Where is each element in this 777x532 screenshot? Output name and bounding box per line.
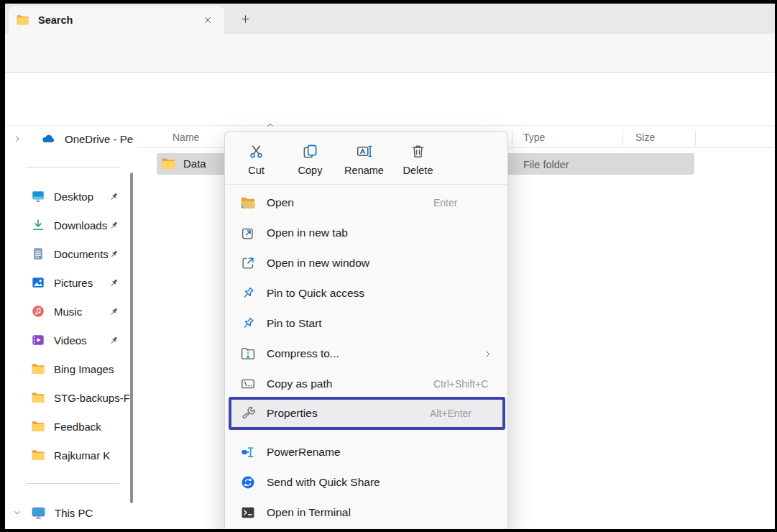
- sidebar-item-bing-images[interactable]: Bing Images: [3, 354, 134, 383]
- open-folder-icon: [240, 195, 256, 211]
- menu-item-pin-to-quick-access[interactable]: Pin to Quick access: [229, 278, 505, 308]
- sidebar-item-videos[interactable]: Videos: [3, 326, 134, 354]
- context-menu: Cut Copy Rename Delete Open Enter Open i…: [224, 131, 508, 532]
- navigation-bar: This PC Local Disk (C:) ProgramData Micr…: [0, 34, 777, 73]
- sidebar-item-documents[interactable]: Documents: [3, 239, 134, 268]
- menu-item-properties[interactable]: Properties Alt+Enter: [229, 397, 505, 430]
- pin-icon: [240, 285, 256, 301]
- cut-icon: [248, 143, 265, 160]
- documents-icon: [31, 247, 45, 261]
- file-row-data[interactable]: Data: [161, 156, 206, 171]
- menu-item-open[interactable]: Open Enter: [229, 188, 505, 218]
- copy-as-path-icon: [240, 376, 256, 392]
- pin-icon: [109, 191, 119, 202]
- column-divider[interactable]: [622, 130, 623, 146]
- folder-icon: [31, 362, 45, 376]
- copy-icon: [302, 143, 318, 160]
- folder-icon: [161, 156, 176, 171]
- new-tab-button[interactable]: [236, 9, 254, 28]
- sidebar-item-label: Videos: [54, 334, 109, 347]
- menu-item-shortcut: Alt+Enter: [430, 408, 472, 419]
- menu-item-open-in-new-tab[interactable]: Open in new tab: [229, 218, 505, 248]
- command-bar: New Sort View: [0, 73, 777, 126]
- column-divider[interactable]: [512, 130, 512, 146]
- pin-icon: [109, 306, 119, 317]
- menu-item-compress-to[interactable]: Compress to...: [229, 339, 505, 369]
- folder-icon: [31, 448, 45, 462]
- context-cut-button[interactable]: Cut: [229, 137, 283, 182]
- sidebar-item-label: Feedback: [54, 421, 134, 433]
- sidebar-item-this-pc[interactable]: This PC: [3, 498, 134, 527]
- sidebar-item-feedback[interactable]: Feedback: [3, 412, 134, 441]
- videos-icon: [31, 333, 45, 347]
- powerrename-icon: [240, 444, 256, 460]
- context-copy-button[interactable]: Copy: [283, 137, 337, 182]
- folder-icon: [16, 13, 29, 27]
- column-divider[interactable]: [695, 130, 696, 146]
- wrench-icon: [240, 405, 256, 421]
- explorer-tab[interactable]: Search: [9, 6, 224, 34]
- folder-icon: [31, 390, 45, 405]
- open-new-window-icon: [240, 255, 256, 271]
- sidebar-item-label: Rajkumar K: [54, 449, 134, 462]
- pictures-icon: [31, 275, 45, 290]
- quick-action-label: Cut: [248, 165, 265, 176]
- sidebar-item-label: This PC: [55, 507, 134, 519]
- sidebar-item-label: OneDrive - Pers: [65, 133, 134, 145]
- rename-icon: [356, 143, 372, 160]
- menu-item-label: Open in new tab: [267, 226, 348, 239]
- menu-item-label: Open: [267, 196, 294, 209]
- navigation-pane: OneDrive - Pers Desktop Downloads Docume…: [0, 126, 134, 532]
- menu-item-label: Compress to...: [267, 347, 339, 360]
- open-new-tab-icon: [240, 225, 256, 241]
- menu-item-send-with-quick-share[interactable]: Send with Quick Share: [229, 467, 505, 497]
- context-rename-button[interactable]: Rename: [337, 137, 391, 182]
- menu-item-open-in-new-window[interactable]: Open in new window: [229, 248, 505, 278]
- menu-item-pin-to-start[interactable]: Pin to Start: [229, 308, 505, 339]
- quick-action-label: Delete: [403, 165, 433, 176]
- sidebar-item-rajkumar[interactable]: Rajkumar K: [3, 441, 134, 469]
- pin-icon: [240, 316, 256, 331]
- menu-item-label: Pin to Quick access: [267, 287, 364, 300]
- menu-item-shortcut: Enter: [433, 197, 457, 208]
- desktop-icon: [31, 189, 45, 203]
- sidebar-item-label: Pictures: [54, 277, 109, 289]
- menu-item-label: Pin to Start: [267, 317, 322, 330]
- title-bar: Search: [0, 0, 777, 34]
- tab-close-button[interactable]: [198, 11, 217, 29]
- sidebar-item-stg-backups[interactable]: STG-backups-Fl: [3, 383, 134, 412]
- sidebar-item-label: Music: [54, 306, 109, 318]
- menu-item-open-in-terminal[interactable]: Open in Terminal: [229, 497, 505, 528]
- menu-item-label: Copy as path: [267, 377, 332, 390]
- sidebar-item-label: Bing Images: [54, 363, 134, 375]
- delete-icon: [410, 143, 426, 160]
- menu-item-label: Send with Quick Share: [267, 476, 380, 489]
- sidebar-divider: [26, 167, 119, 168]
- sidebar-item-desktop[interactable]: Desktop: [3, 182, 134, 211]
- menu-item-label: Open in Terminal: [267, 506, 351, 519]
- sidebar-divider: [26, 483, 119, 484]
- expand-chevron-icon[interactable]: [13, 134, 22, 143]
- collapse-chevron-icon[interactable]: [13, 508, 22, 517]
- menu-item-copy-as-path[interactable]: Copy as path Ctrl+Shift+C: [229, 369, 505, 399]
- sidebar-item-label: Desktop: [54, 191, 109, 203]
- menu-divider: [225, 184, 507, 185]
- quick-action-label: Copy: [298, 165, 323, 176]
- context-delete-button[interactable]: Delete: [391, 137, 445, 182]
- submenu-chevron-icon: [483, 349, 492, 359]
- sidebar-scrollbar[interactable]: [130, 173, 133, 503]
- sidebar-item-onedrive[interactable]: OneDrive - Pers: [3, 126, 134, 153]
- menu-item-powerrename[interactable]: PowerRename: [229, 437, 505, 467]
- sidebar-item-music[interactable]: Music: [3, 297, 134, 326]
- sidebar-item-pictures[interactable]: Pictures: [3, 268, 134, 297]
- file-type-cell: File folder: [523, 159, 569, 170]
- column-header-type[interactable]: Type: [523, 132, 545, 143]
- sort-ascending-indicator: [266, 121, 275, 129]
- sidebar-item-label: Downloads: [54, 219, 109, 231]
- music-icon: [31, 304, 45, 318]
- column-header-name[interactable]: Name: [173, 132, 199, 143]
- column-header-size[interactable]: Size: [635, 132, 655, 143]
- sidebar-item-downloads[interactable]: Downloads: [3, 211, 134, 239]
- pin-icon: [109, 220, 119, 231]
- downloads-icon: [31, 218, 45, 232]
